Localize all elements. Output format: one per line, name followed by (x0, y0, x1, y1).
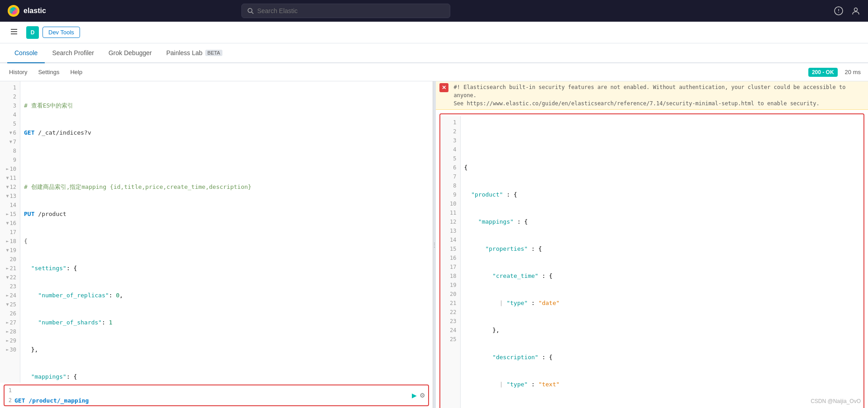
r-cl-5: "properties" : { (464, 244, 864, 253)
avatar-button[interactable]: D (26, 26, 39, 39)
code-line-4: # 创建商品索引,指定mapping {id,title,price,creat… (24, 183, 433, 192)
line-num-20: 20 (0, 255, 20, 264)
r-cl-7: | "type" : "date" (464, 299, 864, 308)
code-line-10: }, (24, 345, 433, 354)
input-area[interactable]: 1 2 GET /product/_mapping ▶ ⚙ (4, 385, 429, 406)
close-warning-button[interactable]: ✕ (439, 83, 448, 92)
alerts-icon[interactable] (834, 6, 844, 16)
svg-point-10 (854, 8, 858, 11)
r-ln-14: 14 (440, 235, 460, 244)
r-ln-3: 3 (440, 136, 460, 145)
svg-point-4 (14, 8, 18, 14)
r-ln-25: 25 (440, 335, 460, 344)
r-ln-2: 2 (440, 127, 460, 136)
line-numbers: 1 2 3 4 5 ▼6 ▼7 8 9 ►10 ▼11 ▼12 ▼13 14 ►… (0, 81, 20, 383)
editor-area[interactable]: 1 2 3 4 5 ▼6 ▼7 8 9 ►10 ▼11 ▼12 ▼13 14 ►… (0, 81, 433, 383)
code-line-7: "settings": { (24, 264, 433, 273)
line-num-13: ▼13 (0, 192, 20, 201)
line-num-27: ►27 (0, 318, 20, 327)
r-ln-11: 11 (440, 208, 460, 217)
footer-watermark: CSDN @Naijia_OvO (811, 398, 861, 404)
search-input[interactable] (257, 7, 444, 14)
line-num-18: ►18 (0, 237, 20, 246)
r-ln-10: 10 (440, 199, 460, 208)
logo-text: elastic (24, 7, 46, 15)
response-time: 20 ms (845, 69, 861, 75)
search-icon (247, 8, 254, 14)
r-ln-23: 23 (440, 317, 460, 326)
line-num-10: ►10 (0, 164, 20, 174)
input-line-1: 1 (5, 385, 428, 395)
line-num-17: 17 (0, 228, 20, 237)
run-button[interactable]: ▶ (412, 392, 417, 399)
line-num-25: ▼25 (0, 300, 20, 309)
code-lines: 1 2 3 4 5 ▼6 ▼7 8 9 ►10 ▼11 ▼12 ▼13 14 ►… (0, 81, 433, 383)
svg-point-3 (9, 8, 13, 14)
r-ln-15: 15 (440, 244, 460, 253)
warning-line-1: #! Elasticsearch built-in security featu… (454, 83, 865, 99)
elastic-logo-icon (7, 5, 20, 17)
toolbar: History Settings Help 200 - OK 20 ms (0, 63, 868, 81)
r-ln-6: 6 (440, 163, 460, 172)
top-navigation: elastic (0, 0, 868, 22)
svg-point-9 (838, 12, 839, 13)
r-ln-18: 18 (440, 272, 460, 281)
search-bar[interactable] (241, 4, 450, 18)
line-num-9: 9 (0, 155, 20, 164)
r-ln-16: 16 (440, 253, 460, 263)
beta-badge: BETA (205, 50, 222, 56)
r-ln-1: 1 (440, 118, 460, 127)
dev-tools-button[interactable]: Dev Tools (42, 27, 80, 38)
line-num-14: 14 (0, 201, 20, 210)
search-bar-container (241, 4, 450, 18)
r-cl-10: | "type" : "text" (464, 380, 864, 389)
line-num-30: ►30 (0, 345, 20, 354)
r-cl-9: "description" : { (464, 353, 864, 362)
response-header: ✕ #! Elasticsearch built-in security fea… (436, 81, 868, 110)
r-cl-1 (464, 136, 864, 145)
tab-console[interactable]: Console (7, 43, 45, 63)
r-ln-20: 20 (440, 290, 460, 299)
input-actions: ▶ ⚙ (412, 392, 425, 399)
help-button[interactable]: Help (68, 67, 84, 77)
line-num-5: 5 (0, 119, 20, 128)
r-ln-9: 9 (440, 190, 460, 199)
tab-search-profiler[interactable]: Search Profiler (45, 43, 101, 63)
r-ln-5: 5 (440, 154, 460, 163)
line-num-28: ►28 (0, 327, 20, 336)
code-line-8: "number_of_replicas": 0, (24, 291, 433, 300)
nav-icons (834, 6, 861, 16)
tabs-bar: Console Search Profiler Grok Debugger Pa… (0, 43, 868, 63)
r-ln-13: 13 (440, 226, 460, 235)
response-line-numbers: 1 2 3 4 5 6 7 8 9 10 11 12 13 14 (440, 116, 461, 408)
wrench-button[interactable]: ⚙ (420, 392, 425, 399)
r-cl-3: "product" : { (464, 190, 864, 199)
line-num-26: 26 (0, 309, 20, 318)
r-cl-8: }, (464, 326, 864, 335)
r-ln-7: 7 (440, 172, 460, 181)
line-num-21: ►21 (0, 264, 20, 273)
status-badge: 200 - OK (808, 68, 838, 77)
response-area[interactable]: ✕ #! Elasticsearch built-in security fea… (436, 81, 868, 408)
elastic-logo: elastic (7, 5, 46, 17)
line-num-7: ▼7 (0, 137, 20, 146)
response-code-content: { "product" : { "mappings" : { "properti… (461, 116, 864, 408)
settings-button[interactable]: Settings (36, 67, 61, 77)
r-cl-2: { (464, 163, 864, 172)
line-num-12: ▼12 (0, 183, 20, 192)
user-icon[interactable] (851, 6, 861, 16)
tab-grok-debugger[interactable]: Grok Debugger (101, 43, 159, 63)
left-panel: 1 2 3 4 5 ▼6 ▼7 8 9 ►10 ▼11 ▼12 ▼13 14 ►… (0, 81, 433, 408)
code-line-6: { (24, 237, 433, 246)
code-line-9: "number_of_shards": 1 (24, 318, 433, 327)
tab-painless-lab[interactable]: Painless Lab BETA (159, 43, 230, 63)
line-num-29: ►29 (0, 336, 20, 345)
r-ln-21: 21 (440, 299, 460, 308)
response-code-lines: 1 2 3 4 5 6 7 8 9 10 11 12 13 14 (440, 116, 864, 408)
response-body: 1 2 3 4 5 6 7 8 9 10 11 12 13 14 (439, 113, 865, 408)
line-num-2: 2 (0, 92, 20, 101)
line-num-15: ►15 (0, 210, 20, 219)
history-button[interactable]: History (7, 67, 29, 77)
hamburger-button[interactable] (7, 25, 21, 40)
code-line-1: # 查看ES中的索引 (24, 101, 433, 110)
